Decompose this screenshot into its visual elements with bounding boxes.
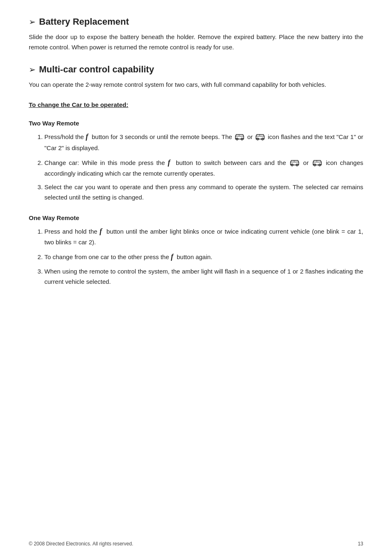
svg-text:1: 1 xyxy=(239,134,240,136)
multicar-title: Multi-car control capability xyxy=(39,64,154,75)
page: ➢ Battery Replacement Slide the door up … xyxy=(0,0,392,559)
copyright-text: © 2008 Directed Electronics. All rights … xyxy=(29,541,133,547)
car1-icon-2: 1 xyxy=(289,159,300,167)
svg-text:II: II xyxy=(316,160,318,162)
list-item: Select the car you want to operate and t… xyxy=(44,182,363,203)
f-button-icon-4: f xyxy=(171,253,173,261)
list-item: Press and hold the f button until the am… xyxy=(44,225,363,248)
car2-icon-2: II xyxy=(311,159,323,167)
f-button-icon-2: f xyxy=(168,158,170,167)
list-item: When using the remote to control the sys… xyxy=(44,267,363,287)
svg-text:1: 1 xyxy=(294,160,295,162)
battery-section: ➢ Battery Replacement Slide the door up … xyxy=(29,16,363,53)
multicar-body: You can operate the 2-way remote control… xyxy=(29,80,363,90)
list-item: Change car: While in this mode press the… xyxy=(44,157,363,179)
two-way-list: Press/hold the f button for 3 seconds or… xyxy=(44,131,363,202)
one-way-section: One Way Remote Press and hold the f butt… xyxy=(29,214,363,287)
car1-icon: 1 xyxy=(234,133,245,141)
one-way-list: Press and hold the f button until the am… xyxy=(44,225,363,287)
svg-text:II: II xyxy=(259,134,261,136)
chevron-icon: ➢ xyxy=(29,17,36,27)
page-number: 13 xyxy=(358,541,363,547)
footer: © 2008 Directed Electronics. All rights … xyxy=(29,541,363,547)
multicar-heading: ➢ Multi-car control capability xyxy=(29,64,363,75)
two-way-section: Two Way Remote Press/hold the f button f… xyxy=(29,120,363,202)
two-way-title: Two Way Remote xyxy=(29,120,363,127)
list-item: To change from one car to the other pres… xyxy=(44,251,363,263)
multicar-section: ➢ Multi-car control capability You can o… xyxy=(29,64,363,287)
list-item: Press/hold the f button for 3 seconds or… xyxy=(44,131,363,153)
chevron-icon-2: ➢ xyxy=(29,65,36,74)
battery-heading: ➢ Battery Replacement xyxy=(29,16,363,27)
battery-title: Battery Replacement xyxy=(39,16,129,27)
change-heading: To change the Car to be operated: xyxy=(29,101,363,108)
f-button-icon: f xyxy=(85,132,88,141)
car2-icon: II xyxy=(254,133,266,141)
battery-body: Slide the door up to expose the battery … xyxy=(29,32,363,53)
one-way-title: One Way Remote xyxy=(29,214,363,221)
f-button-icon-3: f xyxy=(99,227,102,235)
